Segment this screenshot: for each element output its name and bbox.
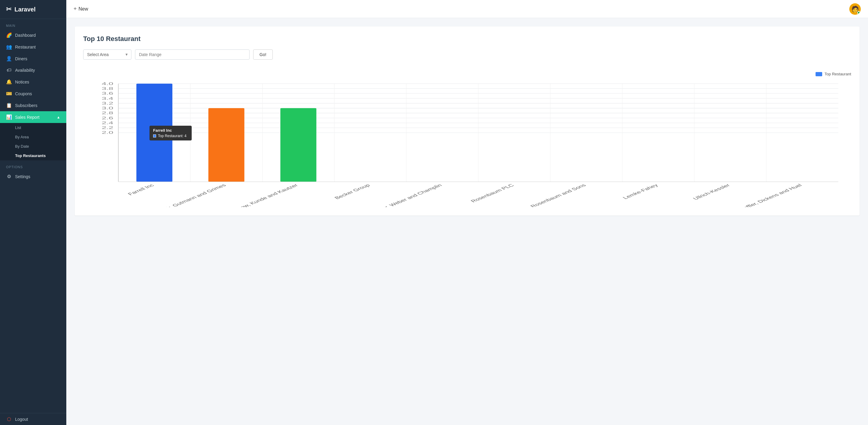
- chart-legend: Top Restaurant: [83, 72, 851, 76]
- sidebar-item-label: Restaurant: [15, 44, 36, 50]
- submenu-top-restaurants[interactable]: Top Restaurants: [0, 151, 66, 160]
- notices-icon: 🔔: [6, 79, 12, 85]
- diners-icon: 👤: [6, 56, 12, 61]
- content-area: Top 10 Restaurant Select Area ▼ Go! Top …: [66, 18, 868, 425]
- section-options: Options: [0, 160, 66, 171]
- sidebar-item-dashboard[interactable]: 🌈 Dashboard: [0, 29, 66, 41]
- logout-label: Logout: [15, 417, 28, 422]
- svg-rect-23: [136, 84, 173, 182]
- notification-dot: [857, 11, 860, 14]
- sidebar-item-notices[interactable]: 🔔 Notices: [0, 76, 66, 88]
- sidebar-item-label: Sales Report: [15, 115, 39, 120]
- sales-report-icon: 📊: [6, 114, 12, 120]
- sidebar-brand[interactable]: ✂ Laravel: [0, 0, 66, 19]
- sidebar-item-diners[interactable]: 👤 Diners: [0, 53, 66, 64]
- dashboard-icon: 🌈: [6, 32, 12, 38]
- brand-icon: ✂: [6, 5, 11, 13]
- sidebar-item-label: Notices: [15, 80, 29, 84]
- svg-text:2.6: 2.6: [101, 116, 113, 120]
- chevron-up-icon: ▲: [57, 115, 60, 119]
- sidebar-item-logout[interactable]: ⬡ Logout: [0, 413, 66, 425]
- brand-name: Laravel: [14, 6, 36, 13]
- sidebar-item-label: Diners: [15, 56, 27, 61]
- topbar: + New 🧑: [66, 0, 868, 18]
- settings-icon: ⚙: [6, 174, 12, 179]
- svg-text:3.4: 3.4: [101, 96, 113, 101]
- legend-label: Top Restaurant: [825, 72, 851, 76]
- date-range-input[interactable]: [135, 50, 250, 60]
- go-button[interactable]: Go!: [253, 50, 273, 60]
- area-select-wrapper: Select Area ▼: [83, 50, 131, 60]
- svg-text:3.2: 3.2: [101, 101, 113, 105]
- sidebar-item-availability[interactable]: 🏷 Availability: [0, 64, 66, 76]
- submenu-list[interactable]: List: [0, 123, 66, 132]
- svg-rect-25: [280, 108, 316, 182]
- sidebar: ✂ Laravel Main 🌈 Dashboard 👥 Restaurant …: [0, 0, 66, 425]
- svg-rect-0: [83, 81, 851, 207]
- area-select[interactable]: Select Area: [83, 50, 131, 60]
- page-title: Top 10 Restaurant: [83, 35, 851, 43]
- sidebar-item-subscribers[interactable]: 📋 Subscribers: [0, 99, 66, 111]
- sidebar-item-label: Settings: [15, 174, 30, 179]
- sidebar-item-sales-report[interactable]: 📊 Sales Report ▲: [0, 111, 66, 123]
- avatar[interactable]: 🧑: [849, 3, 861, 15]
- sidebar-item-label: Coupons: [15, 91, 32, 96]
- filter-row: Select Area ▼ Go!: [83, 50, 851, 60]
- plus-icon: +: [73, 6, 77, 12]
- svg-text:2.2: 2.2: [101, 125, 113, 130]
- svg-text:2.0: 2.0: [101, 130, 113, 135]
- new-label: New: [79, 6, 88, 12]
- main-card: Top 10 Restaurant Select Area ▼ Go! Top …: [75, 27, 860, 215]
- main-area: + New 🧑 Top 10 Restaurant Select Area ▼ …: [66, 0, 868, 425]
- svg-text:3.8: 3.8: [101, 86, 113, 91]
- coupons-icon: 🎫: [6, 91, 12, 96]
- new-button[interactable]: + New: [73, 6, 88, 12]
- legend-color-box: [815, 72, 822, 76]
- restaurant-icon: 👥: [6, 44, 12, 50]
- availability-icon: 🏷: [6, 67, 12, 73]
- svg-text:2.4: 2.4: [101, 120, 113, 125]
- sidebar-bottom: ⬡ Logout: [0, 413, 66, 425]
- sidebar-item-settings[interactable]: ⚙ Settings: [0, 171, 66, 182]
- logout-icon: ⬡: [6, 416, 12, 422]
- sidebar-item-label: Availability: [15, 68, 35, 73]
- sidebar-item-coupons[interactable]: 🎫 Coupons: [0, 88, 66, 99]
- submenu-by-date[interactable]: By Date: [0, 142, 66, 151]
- svg-text:2.8: 2.8: [101, 111, 113, 116]
- svg-text:4.0: 4.0: [101, 81, 113, 86]
- section-main: Main: [0, 19, 66, 29]
- sidebar-item-restaurant[interactable]: 👥 Restaurant: [0, 41, 66, 53]
- svg-rect-24: [208, 108, 244, 182]
- chart-container: 4.03.83.63.43.23.02.82.62.42.22.0Farrell…: [83, 81, 851, 207]
- sidebar-item-label: Subscribers: [15, 103, 37, 108]
- sidebar-item-label: Dashboard: [15, 33, 36, 38]
- sales-report-submenu: List By Area By Date Top Restaurants: [0, 123, 66, 160]
- submenu-by-area[interactable]: By Area: [0, 132, 66, 142]
- chart-svg: 4.03.83.63.43.23.02.82.62.42.22.0Farrell…: [83, 81, 851, 207]
- svg-text:3.0: 3.0: [101, 106, 113, 111]
- chart-area: Top Restaurant 4.03.83.63.43.23.02.82.62…: [83, 69, 851, 207]
- subscribers-icon: 📋: [6, 102, 12, 108]
- svg-text:3.6: 3.6: [101, 91, 113, 96]
